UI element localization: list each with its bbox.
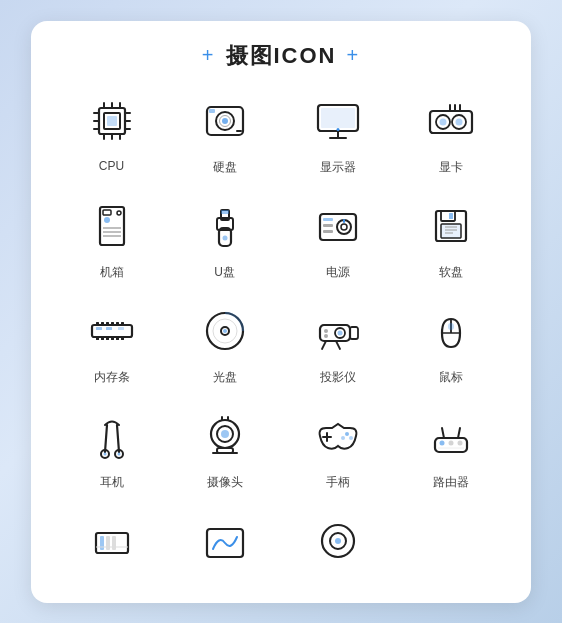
svg-rect-61 xyxy=(96,322,99,326)
svg-rect-60 xyxy=(92,325,132,337)
svg-rect-66 xyxy=(121,322,124,326)
monitor-icon xyxy=(306,89,370,153)
harddisk-label: 硬盘 xyxy=(213,159,237,176)
svg-line-91 xyxy=(105,425,107,452)
svg-point-17 xyxy=(222,118,228,124)
webcam-icon xyxy=(193,404,257,468)
list-item: 手柄 xyxy=(281,404,394,491)
projector-icon xyxy=(306,299,370,363)
ram-icon xyxy=(80,299,144,363)
earphone-icon xyxy=(80,404,144,468)
svg-point-106 xyxy=(345,432,349,436)
svg-rect-70 xyxy=(111,336,114,340)
svg-line-85 xyxy=(336,341,340,349)
svg-point-45 xyxy=(222,235,227,240)
svg-rect-55 xyxy=(441,224,461,238)
list-item: 电源 xyxy=(281,194,394,281)
svg-rect-35 xyxy=(103,210,111,215)
svg-point-30 xyxy=(455,118,462,125)
floppy-icon xyxy=(419,194,483,258)
psu-icon xyxy=(306,194,370,258)
svg-point-36 xyxy=(104,217,110,223)
list-item: 机箱 xyxy=(55,194,168,281)
svg-point-107 xyxy=(349,436,353,440)
list-item: 光盘 xyxy=(168,299,281,386)
svg-rect-44 xyxy=(221,210,229,214)
plus-right: + xyxy=(347,44,361,67)
harddisk-icon xyxy=(193,89,257,153)
list-item: CPU xyxy=(55,89,168,176)
mouse-icon xyxy=(419,299,483,363)
svg-point-99 xyxy=(221,430,229,438)
list-item: 耳机 xyxy=(55,404,168,491)
icon-grid: CPU 硬盘 xyxy=(55,89,507,579)
gpu-icon xyxy=(419,89,483,153)
usb-label: U盘 xyxy=(214,264,235,281)
svg-point-86 xyxy=(324,329,328,333)
unknown3-icon xyxy=(306,509,370,573)
svg-rect-68 xyxy=(101,336,104,340)
optical-label: 光盘 xyxy=(213,369,237,386)
webcam-label: 摄像头 xyxy=(207,474,243,491)
svg-rect-14 xyxy=(107,116,117,126)
list-item: 路由器 xyxy=(394,404,507,491)
gamepad-label: 手柄 xyxy=(326,474,350,491)
router-icon xyxy=(419,404,483,468)
svg-point-87 xyxy=(324,334,328,338)
projector-label: 投影仪 xyxy=(320,369,356,386)
svg-rect-63 xyxy=(106,322,109,326)
list-item: 软盘 xyxy=(394,194,507,281)
unknown1-icon xyxy=(80,509,144,573)
svg-rect-71 xyxy=(116,336,119,340)
svg-point-96 xyxy=(117,452,120,455)
main-card: + 摄图ICON + xyxy=(31,21,531,603)
svg-rect-83 xyxy=(350,327,358,339)
svg-rect-117 xyxy=(100,536,104,550)
cpu-icon xyxy=(80,89,144,153)
list-item: 摄像头 xyxy=(168,404,281,491)
svg-rect-119 xyxy=(112,536,116,550)
svg-rect-90 xyxy=(448,323,454,330)
svg-rect-62 xyxy=(101,322,104,326)
svg-rect-65 xyxy=(116,322,119,326)
svg-point-48 xyxy=(341,224,347,230)
svg-rect-67 xyxy=(96,336,99,340)
list-item xyxy=(281,509,394,579)
svg-point-82 xyxy=(337,330,342,335)
list-item: 内存条 xyxy=(55,299,168,386)
psu-label: 电源 xyxy=(326,264,350,281)
optical-icon xyxy=(193,299,257,363)
svg-line-110 xyxy=(442,428,444,438)
svg-point-112 xyxy=(439,440,444,445)
svg-rect-75 xyxy=(118,327,124,330)
svg-point-124 xyxy=(335,538,341,544)
list-item: 显示器 xyxy=(281,89,394,176)
svg-rect-118 xyxy=(106,536,110,550)
svg-line-84 xyxy=(322,341,326,349)
svg-rect-51 xyxy=(323,224,333,227)
svg-line-111 xyxy=(458,428,460,438)
list-item: 鼠标 xyxy=(394,299,507,386)
ram-label: 内存条 xyxy=(94,369,130,386)
gpu-label: 显卡 xyxy=(439,159,463,176)
svg-rect-19 xyxy=(209,109,215,113)
earphone-label: 耳机 xyxy=(100,474,124,491)
list-item xyxy=(168,509,281,579)
svg-point-114 xyxy=(457,440,462,445)
svg-rect-64 xyxy=(111,322,114,326)
unknown2-icon xyxy=(193,509,257,573)
svg-point-94 xyxy=(103,452,106,455)
svg-rect-22 xyxy=(321,108,355,128)
list-item: 硬盘 xyxy=(168,89,281,176)
list-item: 投影仪 xyxy=(281,299,394,386)
usb-icon xyxy=(193,194,257,258)
svg-point-25 xyxy=(336,128,339,131)
plus-left: + xyxy=(202,44,216,67)
cpu-label: CPU xyxy=(99,159,124,173)
svg-rect-52 xyxy=(323,230,333,233)
svg-point-113 xyxy=(448,440,453,445)
monitor-label: 显示器 xyxy=(320,159,356,176)
floppy-label: 软盘 xyxy=(439,264,463,281)
page-title: 摄图ICON xyxy=(226,41,337,71)
mouse-label: 鼠标 xyxy=(439,369,463,386)
